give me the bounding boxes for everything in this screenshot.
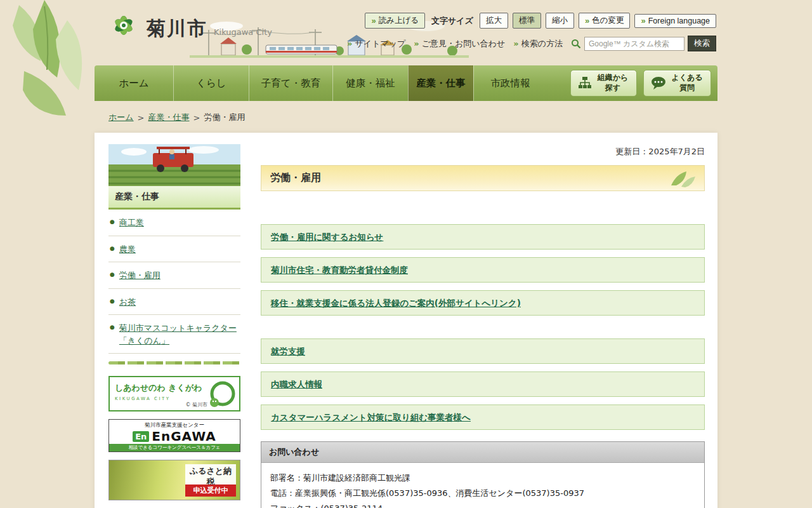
sidebar-link[interactable]: お茶	[119, 296, 136, 309]
bullet-icon: ●	[110, 246, 115, 251]
contact-box: お問い合わせ 部署名：菊川市建設経済部商工観光課 電話：産業振興係・商工観光係(…	[261, 441, 705, 508]
nav-item-kosodate[interactable]: 子育て・教育	[249, 65, 332, 101]
main-column: 更新日：2025年7月2日 労働・雇用 労働・雇用に関するお知らせ 菊川市住宅・…	[240, 144, 705, 508]
global-nav: ホーム くらし 子育て・教育 健康・福祉 産業・仕事 市政情報 組織から探す	[95, 65, 717, 101]
link-arrow-icon: »	[347, 39, 352, 48]
content-link-kashitsukekin[interactable]: 菊川市住宅・教育勤労者貸付金制度	[271, 265, 408, 275]
utility-bar-top: » 読み上げる 文字サイズ 拡大 標準 縮小 » 色の変更 » Foreign …	[365, 13, 716, 29]
foreign-language-button[interactable]: » Foreign language	[634, 14, 716, 28]
sidebar-link[interactable]: 商工業	[119, 217, 144, 229]
font-size-large-button[interactable]: 拡大	[480, 13, 508, 29]
org-search-button[interactable]: 組織から探す	[570, 70, 637, 97]
link-group-2: 就労支援 内職求人情報 カスタマーハラスメント対策に取り組む事業者様へ	[261, 338, 705, 430]
content-link-naishoku[interactable]: 内職求人情報	[271, 379, 322, 389]
city-name: 菊川市	[147, 19, 207, 41]
contact-phone: 電話：産業振興係・商工観光係(0537)35-0936、消費生活センター(053…	[270, 486, 695, 501]
nav-item-kenko[interactable]: 健康・福祉	[332, 65, 408, 101]
sidebar-item-shokogyo: ● 商工業	[108, 210, 240, 236]
sidebar-link[interactable]: 菊川市マスコットキャラクター「きくのん」	[119, 322, 239, 347]
sidebar-section-title: 産業・仕事	[108, 186, 240, 210]
sidebar-menu: ● 商工業 ● 農業 ● 労働・雇用 ● お茶 ● 菊川市マスコットキャラク	[108, 210, 240, 354]
breadcrumb-separator: >	[138, 113, 145, 123]
link-arrow-icon: »	[585, 17, 589, 25]
engawa-wordmark: EnGAWA	[152, 430, 216, 443]
breadcrumb-current: 労働・雇用	[204, 112, 245, 123]
link-row: カスタマーハラスメント対策に取り組む事業者様へ	[261, 404, 705, 430]
banner-engawa[interactable]: 菊川市産業支援センター En EnGAWA 相談できるコワーキングスペース＆カフ…	[108, 419, 240, 452]
contact-fax: ファックス：(0537)35-2114	[270, 501, 695, 508]
contact-body: 部署名：菊川市建設経済部商工観光課 電話：産業振興係・商工観光係(0537)35…	[261, 463, 704, 508]
contact-title: お問い合わせ	[261, 442, 704, 463]
sidebar-link[interactable]: 農業	[119, 243, 136, 256]
content-link-ijyu-shien[interactable]: 移住・就業支援金に係る法人登録のご案内(外部サイトへリンク)	[271, 298, 521, 308]
city-logo-icon	[107, 10, 140, 41]
site-logo[interactable]: 菊川市 Kikugawa City	[107, 10, 272, 41]
page-title: 労働・雇用	[261, 165, 705, 191]
search-help-link[interactable]: » 検索の方法	[513, 38, 563, 50]
tea-field-photo	[108, 144, 240, 186]
en-badge: En	[133, 431, 149, 442]
banner-bottom-text: 相談できるコワーキングスペース＆カフェ	[109, 444, 240, 451]
breadcrumb-home-link[interactable]: ホーム	[108, 112, 134, 123]
site-header: 菊川市 Kikugawa City » 読み上げる 文字サイズ 拡大 標準 縮小…	[95, 0, 717, 65]
bullet-icon: ●	[110, 298, 115, 304]
link-arrow-icon: »	[513, 39, 518, 48]
breadcrumb-separator: >	[193, 113, 200, 123]
speech-bubble-icon	[651, 76, 666, 90]
link-group-1: 労働・雇用に関するお知らせ 菊川市住宅・教育勤労者貸付金制度 移住・就業支援金に…	[261, 224, 705, 316]
banner-status: 申込受付中	[185, 485, 236, 497]
link-row: 労働・雇用に関するお知らせ	[261, 224, 705, 250]
bullet-icon: ●	[110, 324, 115, 330]
content-area: 産業・仕事 ● 商工業 ● 農業 ● 労働・雇用 ● お茶	[95, 133, 717, 508]
content-link-oshirase[interactable]: 労働・雇用に関するお知らせ	[271, 232, 383, 242]
banner-furusato-nozei[interactable]: ふるさと納税 申込受付中	[108, 460, 240, 500]
org-chart-icon	[578, 76, 592, 90]
nav-item-home[interactable]: ホーム	[95, 65, 173, 101]
link-arrow-icon: »	[371, 17, 376, 25]
contact-department: 部署名：菊川市建設経済部商工観光課	[270, 471, 695, 486]
link-arrow-icon: »	[641, 17, 645, 25]
contact-link[interactable]: » ご意見・お問い合わせ	[414, 38, 505, 50]
link-row: 菊川市住宅・教育勤労者貸付金制度	[261, 257, 705, 283]
link-row: 内職求人情報	[261, 371, 705, 397]
wa-circle-logo-icon	[207, 380, 237, 409]
page-container: 菊川市 Kikugawa City » 読み上げる 文字サイズ 拡大 標準 縮小…	[95, 0, 717, 508]
link-row: 就労支援	[261, 338, 705, 364]
search-button[interactable]: 検索	[688, 36, 716, 51]
leaf-decoration-icon	[667, 169, 697, 188]
font-size-small-button[interactable]: 縮小	[546, 13, 574, 29]
nav-button-group: 組織から探す よくある質問	[570, 65, 717, 101]
breadcrumb-section-link[interactable]: 産業・仕事	[148, 112, 190, 123]
sidebar-item-ocha: ● お茶	[108, 289, 240, 316]
nav-item-kurashi[interactable]: くらし	[173, 65, 249, 101]
city-name-en: Kikugawa City	[214, 27, 272, 41]
link-row: 移住・就業支援金に係る法人登録のご案内(外部サイトへリンク)	[261, 290, 705, 316]
font-size-label: 文字サイズ	[431, 15, 473, 27]
sidebar-item-nogyo: ● 農業	[108, 236, 240, 263]
banner-shiawase-kikugawa[interactable]: しあわせのわ きくがわ KIKUGAWA CITY © 菊川市	[108, 376, 240, 411]
banner-credit: © 菊川市	[185, 401, 207, 408]
color-change-button[interactable]: » 色の変更	[579, 13, 631, 29]
sidebar-link[interactable]: 労働・雇用	[119, 269, 160, 282]
faq-button[interactable]: よくある質問	[643, 70, 711, 97]
search-icon	[571, 39, 581, 49]
breadcrumb: ホーム > 産業・仕事 > 労働・雇用	[95, 101, 717, 133]
banner-logo-row: En EnGAWA	[109, 430, 240, 443]
updated-date: 更新日：2025年7月2日	[261, 146, 705, 157]
brush-stroke-divider	[108, 361, 240, 364]
read-aloud-button[interactable]: » 読み上げる	[365, 13, 425, 29]
link-arrow-icon: »	[414, 39, 419, 48]
content-link-kasuhara[interactable]: カスタマーハラスメント対策に取り組む事業者様へ	[271, 412, 471, 422]
bullet-icon: ●	[110, 219, 115, 225]
content-link-shuro-shien[interactable]: 就労支援	[271, 346, 305, 356]
sidebar-item-rodo-koyo: ● 労働・雇用	[108, 262, 240, 289]
utility-bar-bottom: » サイトマップ » ご意見・お問い合わせ » 検索の方法 検索	[347, 36, 716, 51]
search-input[interactable]	[584, 37, 684, 51]
font-size-standard-button[interactable]: 標準	[513, 13, 541, 29]
site-search: 検索	[571, 36, 716, 51]
nav-item-shisei[interactable]: 市政情報	[473, 65, 547, 101]
sidebar-item-mascot: ● 菊川市マスコットキャラクター「きくのん」	[108, 315, 240, 354]
sitemap-link[interactable]: » サイトマップ	[347, 38, 405, 50]
bullet-icon: ●	[110, 272, 115, 277]
nav-item-sangyo[interactable]: 産業・仕事	[408, 65, 473, 101]
